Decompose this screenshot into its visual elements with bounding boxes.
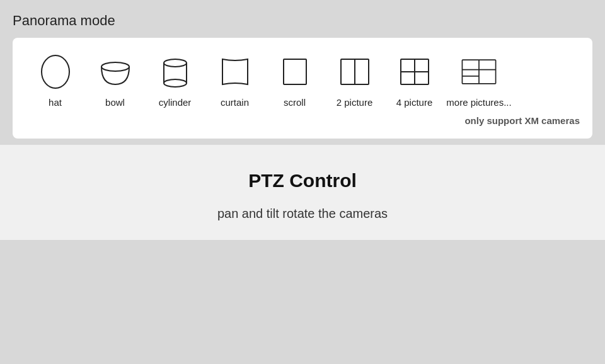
curtain-icon [216,53,254,91]
svg-point-5 [164,79,187,87]
scroll-icon [276,53,314,91]
panorama-section: Panorama mode hat bowl [0,0,605,145]
hat-icon-item[interactable]: hat [25,53,85,108]
panorama-title: Panorama mode [13,13,592,29]
ptz-section: PTZ Control pan and tilt rotate the came… [0,145,605,240]
svg-point-0 [42,55,69,88]
hat-icon [37,53,74,91]
hat-label: hat [49,97,62,108]
scroll-label: scroll [284,97,306,108]
cylinder-icon-item[interactable]: cylinder [145,53,205,108]
morepictures-label: more pictures... [446,97,511,108]
bowl-icon [96,53,134,91]
2picture-label: 2 picture [337,97,373,108]
scroll-icon-item[interactable]: scroll [265,53,325,108]
svg-point-1 [101,62,129,71]
bowl-label: bowl [105,97,125,108]
4picture-label: 4 picture [396,97,433,108]
morepictures-icon [460,53,498,91]
svg-point-2 [164,59,187,67]
2picture-icon [336,53,374,91]
cylinder-label: cylinder [159,97,192,108]
morepictures-icon-item[interactable]: more pictures... [444,53,514,108]
curtain-icon-item[interactable]: curtain [205,53,265,108]
4picture-icon-item[interactable]: 4 picture [384,53,444,108]
ptz-description: pan and tilt rotate the cameras [217,207,388,221]
cylinder-icon [156,53,194,91]
2picture-icon-item[interactable]: 2 picture [325,53,384,108]
curtain-label: curtain [221,97,249,108]
ptz-title: PTZ Control [248,170,357,191]
icons-row: hat bowl cylinder [25,53,580,108]
bowl-icon-item[interactable]: bowl [85,53,145,108]
panorama-card: hat bowl cylinder [13,38,592,139]
4picture-icon [396,53,434,91]
svg-rect-6 [284,59,306,84]
support-note: only support XM cameras [464,115,580,126]
